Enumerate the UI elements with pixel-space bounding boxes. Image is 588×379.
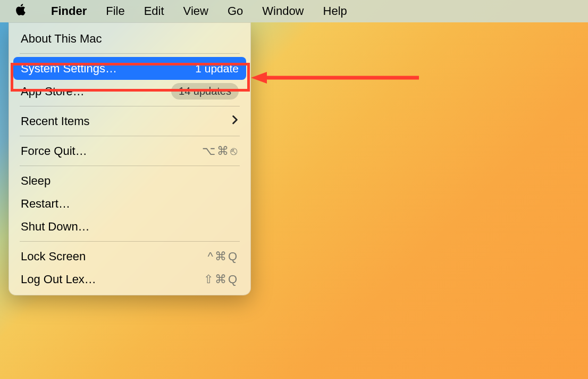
menu-divider [20, 106, 240, 106]
menu-force-quit[interactable]: Force Quit… ⌥⌘⎋ [13, 139, 246, 162]
menu-about-this-mac[interactable]: About This Mac [13, 27, 246, 50]
menu-divider [20, 241, 240, 242]
menu-app-store[interactable]: App Store… 14 updates [13, 80, 246, 103]
menubar-app-name[interactable]: Finder [41, 0, 96, 22]
annotation-arrow [251, 70, 421, 85]
menu-item-label: Shut Down… [21, 220, 90, 234]
menu-item-label: Sleep [21, 174, 51, 188]
svg-marker-1 [251, 72, 267, 84]
menu-recent-items[interactable]: Recent Items [13, 110, 246, 133]
menu-item-label: Force Quit… [21, 144, 87, 158]
apple-menu-dropdown: About This Mac System Settings… 1 update… [9, 22, 251, 295]
apple-menu-button[interactable] [4, 0, 41, 22]
apple-logo-icon [14, 3, 28, 20]
menu-item-label: Recent Items [21, 114, 90, 128]
menu-item-label: Lock Screen [21, 250, 86, 263]
menu-item-label: System Settings… [21, 62, 117, 76]
menubar-file[interactable]: File [96, 0, 134, 22]
menu-divider [20, 166, 240, 166]
menu-shut-down[interactable]: Shut Down… [13, 215, 246, 238]
update-badge: 1 update [195, 62, 239, 75]
menu-restart[interactable]: Restart… [13, 192, 246, 215]
update-badge: 14 updates [171, 83, 239, 100]
chevron-right-icon [231, 115, 239, 127]
menu-lock-screen[interactable]: Lock Screen ^⌘Q [13, 245, 246, 268]
menubar: Finder File Edit View Go Window Help [0, 0, 588, 22]
menu-sleep[interactable]: Sleep [13, 169, 246, 192]
menubar-help[interactable]: Help [314, 0, 357, 22]
keyboard-shortcut: ⌥⌘⎋ [202, 144, 239, 158]
menubar-window[interactable]: Window [253, 0, 313, 22]
keyboard-shortcut: ^⌘Q [208, 250, 239, 263]
menu-item-label: App Store… [21, 85, 85, 98]
menubar-go[interactable]: Go [218, 0, 253, 22]
menu-item-label: About This Mac [21, 32, 102, 46]
menu-system-settings[interactable]: System Settings… 1 update [13, 57, 246, 80]
menu-item-label: Log Out Lex… [21, 273, 96, 286]
keyboard-shortcut: ⇧⌘Q [204, 273, 239, 286]
menubar-view[interactable]: View [174, 0, 218, 22]
menu-item-label: Restart… [21, 197, 70, 211]
menu-divider [20, 136, 240, 136]
menu-divider [20, 53, 240, 54]
menubar-edit[interactable]: Edit [135, 0, 174, 22]
menu-log-out[interactable]: Log Out Lex… ⇧⌘Q [13, 268, 246, 291]
